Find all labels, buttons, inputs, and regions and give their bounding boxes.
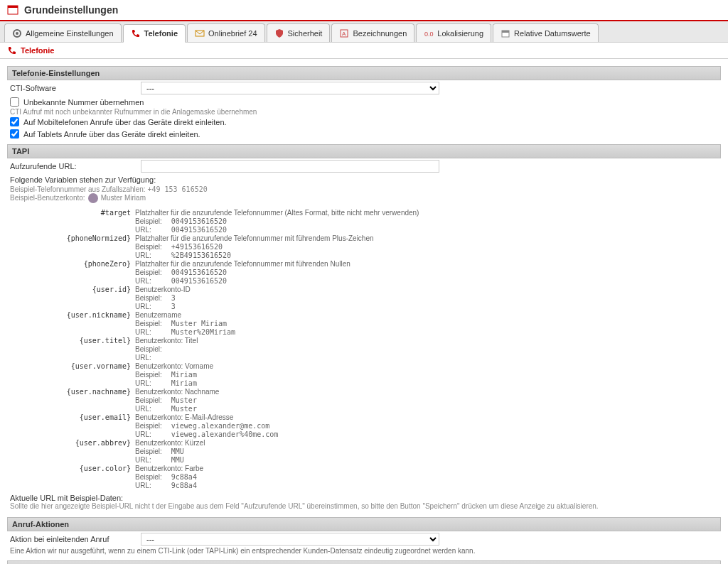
tab-onlinebrief[interactable]: Onlinebrief 24 — [187, 23, 265, 42]
var-example: Beispiel: +49153616520 — [135, 243, 721, 251]
var-key: {user.email} — [7, 413, 135, 421]
var-url: URL: Miriam — [135, 379, 721, 387]
var-key: {user.abbrev} — [7, 439, 135, 447]
section-sip-header: SIP — [7, 560, 721, 564]
cti-software-select[interactable]: --- — [141, 82, 439, 94]
chk-unknown-label: Unbekannte Nummer übernehmen — [23, 98, 144, 107]
var-url: URL: — [135, 354, 721, 362]
var-desc: Platzhalter für die anzurufende Telefonn… — [135, 209, 721, 217]
section-actions-header: Anruf-Aktionen — [7, 517, 721, 531]
chk-mobile-label: Auf Mobiltelefonen Anrufe über das Gerät… — [23, 118, 227, 126]
var-key: {phoneNormized} — [7, 234, 135, 242]
var-url: URL: vieweg.alexander%40me.com — [135, 430, 721, 438]
section-telefonie-header: Telefonie-Einstellungen — [7, 66, 721, 80]
var-key: {user.titel} — [7, 337, 135, 345]
unknown-hint: CTI Aufruf mit noch unbekannter Rufnumme… — [7, 108, 721, 116]
cti-software-label: CTI-Software — [10, 84, 138, 92]
svg-text:A: A — [342, 31, 346, 37]
page-header: Grundeinstellungen — [0, 0, 728, 21]
var-desc: Benutzerkonto: E-Mail-Adresse — [135, 413, 721, 421]
var-example: Beispiel: 9c88a4 — [135, 473, 721, 481]
tab-label: Relative Datumswerte — [514, 29, 591, 38]
var-url: URL: 3 — [135, 303, 721, 310]
var-example: Beispiel: Muster Miriam — [135, 320, 721, 327]
page-title: Grundeinstellungen — [24, 4, 118, 16]
var-url: URL: %2B49153616520 — [135, 251, 721, 259]
var-key: #target — [7, 209, 135, 217]
var-desc: Benutzerkonto-ID — [135, 286, 721, 293]
sample-number-line: Beispiel-Telefonnummer aus Zufallszahlen… — [7, 185, 721, 193]
var-key: {user.color} — [7, 465, 135, 472]
svg-point-3 — [16, 32, 18, 35]
var-desc: Benutzername — [135, 311, 721, 319]
var-url: URL: Muster%20Miriam — [135, 328, 721, 336]
svg-text:0.0: 0.0 — [424, 31, 434, 38]
tapi-url-label: Aufzurufende URL: — [10, 162, 138, 170]
var-desc: Platzhalter für die anzurufende Telefonn… — [135, 234, 721, 242]
sample-user-line: Beispiel-Benutzerkonto:Muster Miriam — [7, 193, 721, 206]
tab-label: Allgemeine Einstellungen — [26, 29, 114, 38]
tab-label: Onlinebrief 24 — [208, 29, 257, 38]
tab-label: Bezeichnungen — [353, 29, 407, 38]
var-key: {user.nickname} — [7, 311, 135, 319]
var-desc: Benutzerkonto: Kürzel — [135, 439, 721, 447]
svg-rect-1 — [8, 6, 18, 8]
var-key: {user.nachname} — [7, 388, 135, 396]
tab-datumswerte[interactable]: Relative Datumswerte — [493, 23, 599, 42]
var-key: {user.id} — [7, 286, 135, 293]
var-example: Beispiel: vieweg.alexander@me.com — [135, 422, 721, 430]
variables-grid: #targetPlatzhalter für die anzurufende T… — [7, 209, 721, 489]
shield-icon — [274, 28, 284, 38]
chk-unknown-number[interactable] — [10, 97, 19, 107]
chk-tablet-label: Auf Tablets Anrufe über das Geräte direk… — [23, 130, 200, 139]
action-select[interactable]: --- — [141, 533, 439, 546]
tag-icon: A — [339, 28, 349, 38]
tab-label: Lokalisierung — [437, 29, 483, 38]
var-example: Beispiel: Miriam — [135, 371, 721, 379]
var-desc: Benutzerkonto: Titel — [135, 337, 721, 345]
section-tapi-header: TAPI — [7, 144, 721, 158]
tapi-url-input[interactable] — [141, 160, 439, 173]
tab-bezeichnungen[interactable]: A Bezeichnungen — [331, 23, 414, 42]
action-label: Aktion bei einleitenden Anruf — [10, 535, 138, 543]
chk-tablet[interactable] — [10, 129, 19, 139]
chk-mobile[interactable] — [10, 117, 19, 126]
var-desc: Benutzerkonto: Farbe — [135, 465, 721, 472]
tab-bar: Allgemeine Einstellungen Telefonie Onlin… — [0, 21, 728, 43]
gear-icon — [12, 28, 22, 38]
sub-header: Telefonie — [0, 43, 728, 59]
var-example: Beispiel: — [135, 345, 721, 353]
tab-lokalisierung[interactable]: 0.0 Lokalisierung — [416, 23, 491, 42]
var-url: URL: 0049153616520 — [135, 226, 721, 234]
vars-intro: Folgende Variablen stehen zur Verfügung: — [7, 174, 721, 185]
calendar-icon — [7, 4, 18, 16]
var-key: {user.vorname} — [7, 362, 135, 370]
tab-allgemeine[interactable]: Allgemeine Einstellungen — [4, 23, 122, 42]
globe-icon: 0.0 — [424, 28, 434, 38]
var-desc: Platzhalter für die anzurufende Telefonn… — [135, 260, 721, 268]
avatar-icon — [88, 193, 98, 203]
tab-label: Sicherheit — [288, 29, 323, 38]
var-url: URL: 0049153616520 — [135, 277, 721, 285]
var-key: {phoneZero} — [7, 260, 135, 268]
var-example: Beispiel: 0049153616520 — [135, 217, 721, 225]
var-url: URL: 9c88a4 — [135, 482, 721, 489]
var-desc: Benutzerkonto: Vorname — [135, 362, 721, 370]
tab-sicherheit[interactable]: Sicherheit — [267, 23, 331, 42]
var-example: Beispiel: 0049153616520 — [135, 269, 721, 276]
var-example: Beispiel: Muster — [135, 396, 721, 404]
var-example: Beispiel: 3 — [135, 294, 721, 302]
calendar-small-icon — [500, 28, 510, 38]
var-example: Beispiel: MMU — [135, 448, 721, 455]
tab-telefonie[interactable]: Telefonie — [123, 24, 186, 43]
svg-rect-9 — [502, 31, 509, 33]
var-desc: Benutzerkonto: Nachname — [135, 388, 721, 396]
tab-label: Telefonie — [144, 29, 178, 38]
var-url: URL: MMU — [135, 456, 721, 464]
action-hint: Eine Aktion wir nur ausgeführt, wenn zu … — [7, 547, 721, 556]
current-url-hint: Sollte die hier angezeigte Beispiel-URL … — [7, 502, 721, 513]
current-url-label: Aktuelle URL mit Beispiel-Daten: — [7, 489, 721, 502]
sub-header-label: Telefonie — [21, 46, 54, 55]
var-url: URL: Muster — [135, 405, 721, 413]
phone-icon — [131, 28, 141, 38]
